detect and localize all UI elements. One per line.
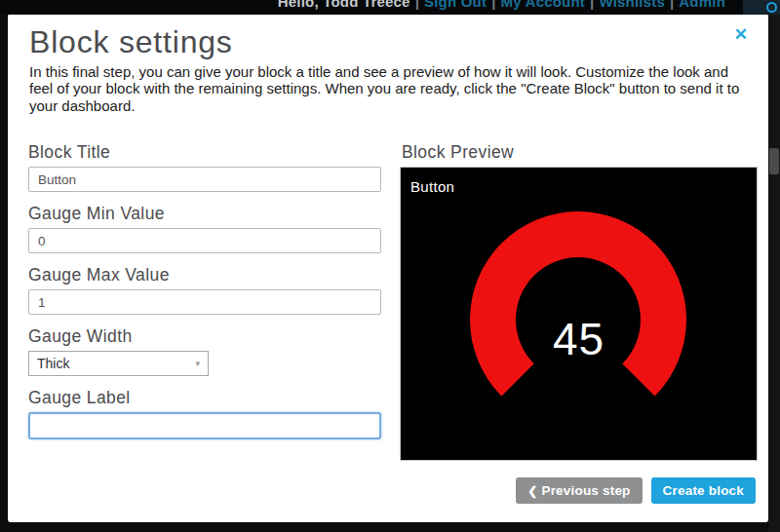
gauge-label-field-group: Gauge Label <box>28 388 381 439</box>
chevron-down-icon: ▾ <box>195 359 200 368</box>
modal-title: Block settings <box>29 24 233 60</box>
scrollbar-track[interactable] <box>768 15 780 532</box>
gauge-min-input[interactable] <box>28 228 381 253</box>
gauge-width-select[interactable]: Thick ▾ <box>28 351 209 376</box>
block-preview: Button 45 <box>400 167 758 461</box>
user-greeting: Hello, Todd Treece <box>278 0 410 10</box>
close-icon[interactable]: ✕ <box>734 26 748 43</box>
preview-column: Block Preview Button 45 <box>400 142 763 461</box>
cart-button[interactable] <box>743 0 780 15</box>
gauge-min-field-group: Gauge Min Value <box>28 204 381 253</box>
gauge-width-field-group: Gauge Width Thick ▾ <box>28 326 381 376</box>
block-settings-modal: Block settings ✕ In this final step, you… <box>8 14 768 522</box>
header-link-my-account[interactable]: My Account <box>501 0 585 10</box>
previous-step-label: Previous step <box>541 483 630 498</box>
block-title-field-group: Block Title <box>28 142 381 192</box>
previous-step-button[interactable]: ❮Previous step <box>516 477 642 504</box>
settings-form: Block Title Gauge Min Value Gauge Max Va… <box>28 142 381 451</box>
gauge-max-label: Gauge Max Value <box>28 265 381 285</box>
header-separator: | <box>585 0 599 10</box>
header-separator: | <box>410 0 424 10</box>
top-header-bar: Hello, Todd Treece|Sign Out|My Account|W… <box>0 0 780 15</box>
gauge-label-input[interactable] <box>28 412 381 439</box>
block-title-label: Block Title <box>28 142 381 162</box>
block-title-input[interactable] <box>28 167 381 192</box>
gauge-width-selected-value: Thick <box>37 356 69 371</box>
block-preview-heading: Block Preview <box>402 142 763 162</box>
header-link-wishlists[interactable]: Wishlists <box>599 0 665 10</box>
gauge-max-input[interactable] <box>28 289 381 315</box>
create-block-label: Create block <box>663 483 744 498</box>
gauge-value: 45 <box>401 313 757 365</box>
modal-actions: ❮Previous stepCreate block <box>398 477 756 504</box>
chevron-left-icon: ❮ <box>527 484 537 498</box>
header-separator: | <box>487 0 500 10</box>
gauge-max-field-group: Gauge Max Value <box>28 265 381 315</box>
header-separator: | <box>665 0 679 10</box>
create-block-button[interactable]: Create block <box>651 477 756 504</box>
header-link-admin[interactable]: Admin <box>679 0 725 10</box>
header-link-sign-out[interactable]: Sign Out <box>424 0 487 10</box>
cart-icon <box>766 2 777 13</box>
gauge-label-label: Gauge Label <box>28 388 381 407</box>
scrollbar-thumb[interactable] <box>769 148 779 174</box>
modal-description: In this final step, you can give your bl… <box>29 63 749 114</box>
gauge-arc-path <box>470 211 686 396</box>
gauge-min-label: Gauge Min Value <box>28 204 381 223</box>
gauge-width-label: Gauge Width <box>28 326 381 346</box>
